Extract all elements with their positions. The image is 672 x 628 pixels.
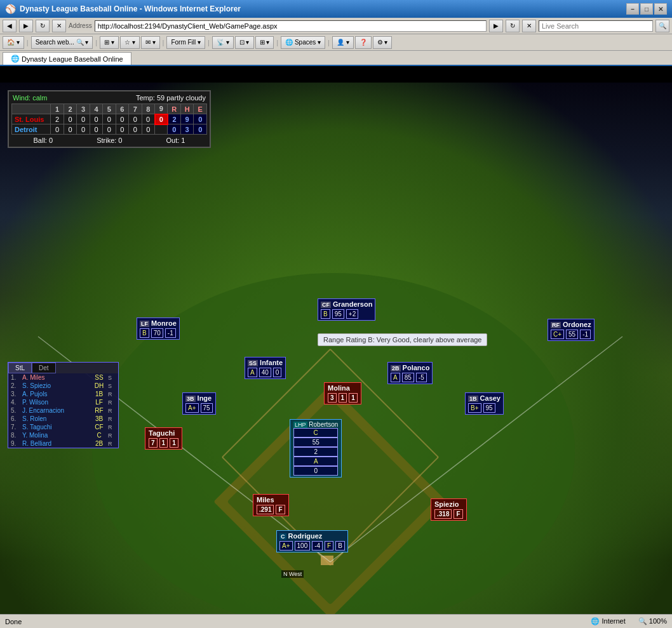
lineup-pos-7: CF: [91, 424, 107, 431]
ordonez-range: 55: [566, 330, 578, 339]
home-button[interactable]: 🏠 ▾: [3, 36, 24, 49]
stl-errors: 0: [194, 114, 207, 124]
search-input[interactable]: [539, 20, 653, 32]
lineup-row-1[interactable]: 1. A. Miles SS S: [8, 373, 118, 382]
stl-inn-1: 2: [51, 114, 64, 124]
taguchi-card[interactable]: Taguchi 7 1 1: [145, 427, 182, 450]
stl-row: St. Louis 2 0 0 0 0 0 0 0 0 2 9 0: [12, 114, 207, 124]
lineup-bat-5: R: [108, 408, 116, 414]
main-tab[interactable]: 🌐 Dynasty League Baseball Online: [3, 52, 131, 65]
det-inn-1: 0: [51, 124, 64, 135]
stl-tab[interactable]: StL: [8, 363, 32, 373]
spiezio-card[interactable]: Spiezio .318 F: [431, 498, 467, 521]
molina-stat2: 1: [339, 393, 347, 403]
forward-button[interactable]: ▶: [19, 20, 33, 32]
inge-grade: A+: [185, 403, 199, 413]
maximize-button[interactable]: □: [640, 3, 653, 15]
runs-header: R: [168, 104, 180, 114]
lineup-row-2[interactable]: 2. S. Spiezio DH S: [8, 382, 118, 390]
back-button[interactable]: ◀: [3, 20, 17, 32]
rodriguez-stats: A+ 100 -4 F B: [279, 541, 345, 551]
lineup-tabs: StL Det: [8, 363, 118, 373]
robertson-stat2: 2: [293, 447, 338, 457]
lineup-num-3: 3.: [11, 391, 21, 398]
close-button[interactable]: ✕: [654, 3, 667, 15]
toolbar-btn-4[interactable]: ✉ ▾: [141, 36, 160, 49]
stl-inn-4: 0: [90, 114, 102, 124]
user-button[interactable]: 👤 ▾: [332, 36, 354, 49]
lineup-row-7[interactable]: 7. S. Taguchi CF R: [8, 423, 118, 431]
settings-button[interactable]: ⚙ ▾: [373, 36, 393, 49]
go-button[interactable]: ▶: [489, 20, 503, 32]
det-runs: 0: [168, 124, 180, 135]
molina-card[interactable]: Molina 3 1 1: [324, 382, 361, 404]
address-bar: ◀ ▶ ↻ ✕ Address ▶ ↻ ✕ 🔍: [0, 18, 672, 34]
toolbar-btn-6[interactable]: ⊞ ▾: [255, 36, 274, 49]
taguchi-stat3: 1: [170, 438, 178, 448]
toolbar: 🏠 ▾ | Search web... 🔍 ▾ | ⊞ ▾ ☆ ▾ ✉ ▾ | …: [0, 34, 672, 51]
rodriguez-grade: A+: [279, 541, 293, 551]
scoreboard-header: Wind: calm Temp: 59 partly cloudy: [11, 94, 207, 102]
strike-count: Strike: 0: [97, 137, 122, 144]
cf-granderson-card[interactable]: CF Granderson B 95 +2: [318, 298, 375, 321]
polanco-grade: A: [391, 373, 400, 382]
stop-button[interactable]: ✕: [52, 20, 66, 32]
det-hits: 3: [180, 124, 193, 135]
stl-inn-3: 0: [77, 114, 90, 124]
lf-monroe-card[interactable]: LF Monroe B 70 -1: [137, 317, 180, 340]
lineup-row-3[interactable]: 3. A. Pujols 1B R: [8, 390, 118, 398]
rodriguez-card[interactable]: C Rodriguez A+ 100 -4 F B: [276, 530, 348, 552]
robertson-stat1: 55: [293, 438, 338, 447]
3b-inge-card[interactable]: 3B Inge A+ 75: [182, 392, 216, 415]
miles-card[interactable]: Miles .291 F: [253, 494, 289, 516]
rf-ordonez-card[interactable]: RF Ordonez C+ 55 -1: [548, 319, 595, 341]
infante-grade: A: [248, 368, 257, 377]
lineup-pos-5: RF: [91, 407, 107, 414]
lhp-robertson-card[interactable]: LHP Robertson C 55 2 A 0: [290, 419, 342, 478]
lineup-row-8[interactable]: 8. Y. Molina C R: [8, 431, 118, 439]
inning-8-header: 8: [142, 104, 154, 114]
toolbar-btn-2[interactable]: ⊞ ▾: [100, 36, 119, 49]
spaces-button[interactable]: 🌐 Spaces ▾: [281, 36, 325, 49]
taguchi-stat1: 7: [149, 438, 158, 448]
lineup-pos-4: LF: [91, 399, 107, 406]
form-fill-button[interactable]: Form Fill ▾: [166, 36, 205, 49]
det-inn-3: 0: [77, 124, 90, 135]
lineup-num-8: 8.: [11, 432, 21, 439]
inning-2-header: 2: [64, 104, 76, 114]
lineup-row-4[interactable]: 4. P. Wilson LF R: [8, 398, 118, 406]
stop2-button[interactable]: ✕: [522, 20, 536, 32]
cf-granderson-stats: B 95 +2: [321, 309, 372, 319]
det-inn-8: 0: [142, 124, 154, 135]
molina-stat1: 3: [328, 393, 337, 403]
search-web-input[interactable]: Search web... 🔍 ▾: [31, 36, 93, 49]
rss-button[interactable]: 📡 ▾: [212, 36, 234, 49]
address-input[interactable]: [95, 20, 487, 32]
lineup-row-5[interactable]: 5. J. Encarnacion RF R: [8, 406, 118, 415]
lineup-bat-1: S: [108, 375, 116, 381]
taguchi-name: Taguchi: [149, 429, 178, 437]
lineup-row-6[interactable]: 6. S. Rolen 3B R: [8, 415, 118, 423]
minimize-button[interactable]: –: [626, 3, 639, 15]
west-label[interactable]: N West: [281, 570, 304, 578]
2b-polanco-card[interactable]: 2B Polanco A 85 -5: [387, 362, 433, 384]
1b-casey-stats: B+ 95: [468, 403, 501, 413]
internet-zone: 🌐 Internet: [591, 617, 625, 625]
refresh2-button[interactable]: ↻: [506, 20, 520, 32]
toolbar-btn-3[interactable]: ☆ ▾: [120, 36, 140, 49]
search-button[interactable]: 🔍: [655, 20, 669, 32]
stl-runs: 2: [168, 114, 180, 124]
robertson-grade2: A: [293, 457, 338, 466]
det-tab[interactable]: Det: [32, 363, 56, 373]
refresh-button[interactable]: ↻: [36, 20, 50, 32]
toolbar-btn-5[interactable]: ⊡ ▾: [235, 36, 254, 49]
det-inn-4: 0: [90, 124, 102, 135]
polanco-mod: -5: [416, 373, 427, 382]
lineup-row-9[interactable]: 9. R. Belliard 2B R: [8, 439, 118, 448]
help-button[interactable]: ❓: [355, 36, 372, 49]
west-type: N: [283, 571, 288, 577]
lf-monroe-stats: B 70 -1: [140, 328, 177, 338]
ss-infante-card[interactable]: SS Infante A 40 0: [245, 357, 286, 379]
score-table: 1 2 3 4 5 6 7 8 9 R H E St. Louis 2: [11, 104, 207, 135]
1b-casey-card[interactable]: 1B Casey B+ 95: [465, 392, 504, 415]
